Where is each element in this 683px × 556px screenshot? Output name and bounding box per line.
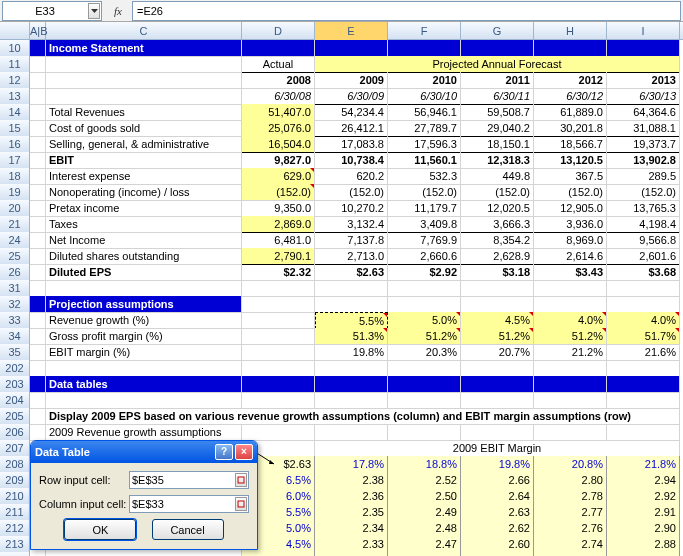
row-header[interactable]: 212: [0, 520, 30, 537]
dt-value[interactable]: 2.63: [461, 504, 534, 521]
value-cell[interactable]: 61,889.0: [534, 104, 607, 121]
dt-value[interactable]: 2.94: [607, 472, 680, 489]
value-cell[interactable]: 2,628.9: [461, 248, 534, 265]
row-header[interactable]: 18: [0, 168, 30, 185]
value-cell[interactable]: 4.0%: [534, 312, 607, 329]
dt-value[interactable]: 2.35: [315, 504, 388, 521]
forecast-label[interactable]: Projected Annual Forecast: [315, 56, 680, 73]
formula-input[interactable]: =E26: [132, 1, 681, 21]
value-cell[interactable]: $3.43: [534, 264, 607, 281]
value-cell[interactable]: $2.32: [242, 264, 315, 281]
value-cell[interactable]: [242, 312, 315, 329]
revenue-growth-sub[interactable]: 2009 Revenue growth assumptions: [46, 424, 242, 441]
close-icon[interactable]: ×: [235, 444, 253, 460]
value-cell[interactable]: 3,936.0: [534, 216, 607, 233]
value-cell[interactable]: 10,738.4: [315, 152, 388, 169]
row-header[interactable]: 25: [0, 248, 30, 265]
line-label[interactable]: Net Income: [46, 232, 242, 249]
value-cell[interactable]: 7,137.8: [315, 232, 388, 249]
value-cell[interactable]: 25,076.0: [242, 120, 315, 137]
line-label[interactable]: Taxes: [46, 216, 242, 233]
value-cell[interactable]: 12,318.3: [461, 152, 534, 169]
col-header-C[interactable]: C: [46, 22, 242, 40]
value-cell[interactable]: 2,713.0: [315, 248, 388, 265]
value-cell[interactable]: 31,088.1: [607, 120, 680, 137]
ok-button[interactable]: OK: [64, 519, 136, 540]
value-cell[interactable]: 3,666.3: [461, 216, 534, 233]
row-header[interactable]: 31: [0, 280, 30, 297]
line-label[interactable]: Total Revenues: [46, 104, 242, 121]
dt-value[interactable]: 2.36: [315, 488, 388, 505]
value-cell[interactable]: 8,969.0: [534, 232, 607, 249]
value-cell[interactable]: 9,566.8: [607, 232, 680, 249]
value-cell[interactable]: (152.0): [315, 184, 388, 201]
help-icon[interactable]: ?: [215, 444, 233, 460]
value-cell[interactable]: 54,234.4: [315, 104, 388, 121]
col-header-D[interactable]: D: [242, 22, 315, 40]
name-box[interactable]: E33: [2, 1, 102, 21]
value-cell[interactable]: 29,040.2: [461, 120, 534, 137]
row-header[interactable]: 20: [0, 200, 30, 217]
value-cell[interactable]: $3.68: [607, 264, 680, 281]
col-header-AB[interactable]: A|B: [30, 22, 46, 40]
value-cell[interactable]: 51.2%: [388, 328, 461, 345]
value-cell[interactable]: 2,790.1: [242, 248, 315, 265]
value-cell[interactable]: (152.0): [607, 184, 680, 201]
row-header[interactable]: 19: [0, 184, 30, 201]
value-cell[interactable]: 11,179.7: [388, 200, 461, 217]
row-header[interactable]: 11: [0, 56, 30, 73]
assumption-label[interactable]: EBIT margin (%): [46, 344, 242, 361]
value-cell[interactable]: 4,198.4: [607, 216, 680, 233]
value-cell[interactable]: 51,407.0: [242, 104, 315, 121]
row-header[interactable]: 213: [0, 536, 30, 553]
ebit-margin-title[interactable]: 2009 EBIT Margin: [315, 440, 680, 457]
value-cell[interactable]: (152.0): [388, 184, 461, 201]
select-all-corner[interactable]: [0, 22, 30, 40]
row-header[interactable]: 33: [0, 312, 30, 329]
dt-growth[interactable]: 4.0%: [242, 552, 315, 556]
value-cell[interactable]: 27,789.7: [388, 120, 461, 137]
value-cell[interactable]: (152.0): [534, 184, 607, 201]
value-cell[interactable]: 5.0%: [388, 312, 461, 329]
value-cell[interactable]: 13,902.8: [607, 152, 680, 169]
value-cell[interactable]: (152.0): [461, 184, 534, 201]
col-header-I[interactable]: I: [607, 22, 680, 40]
dt-value[interactable]: 2.62: [461, 520, 534, 537]
value-cell[interactable]: 16,504.0: [242, 136, 315, 153]
column-input-cell[interactable]: $E$33: [129, 495, 249, 513]
actual-label[interactable]: Actual: [242, 56, 315, 73]
dt-value[interactable]: 2.76: [534, 520, 607, 537]
value-cell[interactable]: 2,660.6: [388, 248, 461, 265]
line-label[interactable]: Cost of goods sold: [46, 120, 242, 137]
value-cell[interactable]: (152.0): [242, 184, 315, 201]
row-header[interactable]: 17: [0, 152, 30, 169]
value-cell[interactable]: 56,946.1: [388, 104, 461, 121]
value-cell[interactable]: 26,412.1: [315, 120, 388, 137]
assumptions-title[interactable]: Projection assumptions: [46, 296, 242, 313]
row-header[interactable]: 15: [0, 120, 30, 137]
row-header[interactable]: 16: [0, 136, 30, 153]
value-cell[interactable]: 19.8%: [315, 344, 388, 361]
value-cell[interactable]: 64,364.6: [607, 104, 680, 121]
value-cell[interactable]: 2,614.6: [534, 248, 607, 265]
line-label[interactable]: Interest expense: [46, 168, 242, 185]
dt-value[interactable]: 2.50: [388, 488, 461, 505]
value-cell[interactable]: 3,132.4: [315, 216, 388, 233]
dt-value[interactable]: 2.64: [461, 488, 534, 505]
row-header[interactable]: 204: [0, 392, 30, 409]
value-cell[interactable]: 532.3: [388, 168, 461, 185]
row-header[interactable]: 21: [0, 216, 30, 233]
row-header[interactable]: 14: [0, 104, 30, 121]
value-cell[interactable]: $2.63: [315, 264, 388, 281]
value-cell[interactable]: 9,350.0: [242, 200, 315, 217]
row-header[interactable]: 26: [0, 264, 30, 281]
value-cell[interactable]: 18,566.7: [534, 136, 607, 153]
dt-value[interactable]: 2.74: [534, 536, 607, 553]
dt-value[interactable]: 2.52: [388, 472, 461, 489]
value-cell[interactable]: 629.0: [242, 168, 315, 185]
value-cell[interactable]: 5.5%: [315, 312, 388, 329]
value-cell[interactable]: 51.3%: [315, 328, 388, 345]
row-header[interactable]: 202: [0, 360, 30, 377]
line-label[interactable]: EBIT: [46, 152, 242, 169]
cancel-button[interactable]: Cancel: [152, 519, 224, 540]
